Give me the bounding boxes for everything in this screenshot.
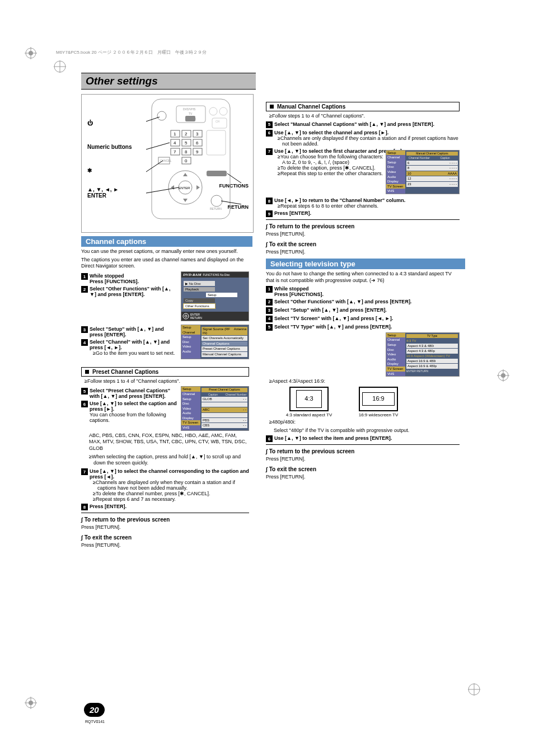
step-6-icon: 6 <box>81 401 88 407</box>
press-return: Press [RETURN]. <box>266 456 460 463</box>
svg-line-64 <box>146 161 163 172</box>
preset-intro: Follow steps 1 to 4 of "Channel captions… <box>89 378 249 385</box>
preset-captions-subheader: Preset Channel Captions <box>81 367 249 377</box>
svg-text:TV: TV <box>189 112 193 115</box>
svg-text:CH: CH <box>216 120 220 123</box>
prog-desc: Select "480p" if the TV is compatible wi… <box>274 428 460 434</box>
svg-marker-56 <box>183 199 188 202</box>
svg-line-63 <box>146 143 170 149</box>
tv-step-4-text: Select "TV Screen" with [▲, ▼] and press… <box>274 316 460 321</box>
arrows-enter-label: ▲, ▼, ◄, ► ENTER <box>87 186 119 199</box>
svg-rect-59 <box>207 171 227 176</box>
step-8-icon: 8 <box>81 504 88 510</box>
svg-text:6: 6 <box>196 140 199 145</box>
page-number: 20 <box>84 703 105 717</box>
intro-text: You can use the preset captions, or manu… <box>81 248 249 255</box>
press-return: Press [RETURN]. <box>266 231 460 238</box>
svg-text:8: 8 <box>185 149 188 154</box>
step-6-note2: ABC, PBS, CBS, CNN, FOX, ESPN, NBC, HBO,… <box>89 433 249 452</box>
press-return: Press [RETURN]. <box>266 474 460 481</box>
svg-rect-24 <box>185 116 195 121</box>
step-7-b1: Channels are displayed only when they co… <box>97 480 249 491</box>
step-7-b2: To delete the channel number, press [✱, … <box>97 491 249 496</box>
tv-step-3-text: Select "Setup" with [▲, ▼] and press [EN… <box>274 307 460 313</box>
manual-captions-subheader: Manual Channel Captions <box>266 102 460 111</box>
step-2-icon: 2 <box>81 286 88 293</box>
step-7-icon: 7 <box>81 468 88 475</box>
svg-line-65 <box>146 187 179 193</box>
manual-page: M6Y7&PC5.book 20 ページ ２００６年２月６日 月曜日 午後３時２… <box>0 0 534 756</box>
svg-point-19 <box>157 111 166 120</box>
step-4-text: Select "Channel" with [▲, ▼] and press [… <box>90 339 170 350</box>
tv-step-6-icon: 6 <box>266 435 273 442</box>
tv-step-1-pre: While stopped <box>274 286 309 292</box>
print-header: M6Y7&PC5.book 20 ページ ２００６年２月６日 月曜日 午後３時２… <box>56 49 207 55</box>
svg-text:ENTER: ENTER <box>179 186 190 190</box>
svg-text:3: 3 <box>196 132 199 137</box>
svg-marker-55 <box>183 173 188 176</box>
mcc-s6-b: Channels are only displayed if they cont… <box>282 135 460 147</box>
svg-line-62 <box>146 117 160 121</box>
tv-intro: You do not have to change the setting wh… <box>266 271 460 284</box>
preset-captions-osd: SetupChannelSetupDiscVideoAudioDisplayTV… <box>181 386 249 430</box>
tv-step-6-text: Use [▲, ▼] to select the item and press … <box>274 435 460 441</box>
svg-text:1: 1 <box>174 132 176 137</box>
svg-text:CANCEL: CANCEL <box>160 159 172 162</box>
step-3-icon: 3 <box>81 326 88 333</box>
svg-line-66 <box>227 173 241 183</box>
step-6-note1: You can choose from the following captio… <box>90 412 177 423</box>
tv-step-2-text: Select "Other Functions" with [▲, ▼] and… <box>274 299 460 304</box>
mcc-step-6-icon: 6 <box>266 130 273 137</box>
exit-screen-label: To exit the screen <box>266 466 460 472</box>
mcc-step-8-icon: 8 <box>266 198 273 204</box>
svg-point-60 <box>211 195 222 206</box>
tv-step-1-icon: 1 <box>266 286 273 293</box>
svg-rect-51 <box>207 130 226 155</box>
tv-step-5-icon: 5 <box>266 324 273 331</box>
registration-mark-icon <box>54 60 66 73</box>
right-column: Manual Channel Captions Follow steps 1 t… <box>266 94 460 550</box>
step-4-icon: 4 <box>81 339 88 346</box>
step-2-text: Select "Other Functions" with [▲, ▼] and… <box>90 286 177 297</box>
press-return: Press [RETURN]. <box>81 542 249 549</box>
step-4-note: Go to the item you want to set next. <box>97 350 177 356</box>
mcc-step-6-text: Use [▲, ▼] to select the channel and pre… <box>274 130 388 135</box>
aspect-169-caption: 16:9 widescreen TV <box>352 412 405 417</box>
functions-osd: DVD-RAM FUNCTIONS No Disc ▶ No Disc Play… <box>181 271 249 321</box>
svg-line-67 <box>221 201 241 204</box>
return-screen-label: To return to the previous screen <box>266 223 460 229</box>
exit-screen-label: To exit the screen <box>81 534 249 541</box>
step-1-icon: 1 <box>81 273 88 280</box>
svg-point-26 <box>219 107 227 115</box>
svg-point-68 <box>183 313 189 319</box>
power-label: ⏻ <box>87 120 93 126</box>
tv-type-header: Selecting television type <box>266 259 465 269</box>
step-1-text: Press [FUNCTIONS]. <box>90 279 139 284</box>
svg-marker-58 <box>196 185 200 190</box>
setup-channel-osd: SetupChannelSetupDiscVideoAudio Signal S… <box>181 325 249 359</box>
svg-marker-57 <box>171 185 174 190</box>
mcc-step-5-text: Select "Manual Channel Captions" with [▲… <box>274 121 460 127</box>
svg-text:0: 0 <box>185 158 188 163</box>
aspect-43-caption: 4:3 standard aspect TV <box>283 412 335 417</box>
registration-mark-icon <box>25 47 37 59</box>
step-7-text: Use [▲, ▼] to select the channel corresp… <box>90 468 249 480</box>
step-6-bullet: When selecting the caption, press and ho… <box>93 454 249 467</box>
step-1-pre: While stopped <box>90 273 124 279</box>
mcc-s8-b: Repeat steps 6 to 8 to enter other chann… <box>282 203 460 209</box>
return-screen-label: To return to the previous screen <box>81 516 249 523</box>
tv-step-4-icon: 4 <box>266 316 273 322</box>
registration-mark-icon <box>25 697 37 709</box>
page-code: RQTV0141 <box>85 720 105 724</box>
mcc-step-5-icon: 5 <box>266 121 273 128</box>
aspect-line: Aspect 4:3/Aspect 16:9: <box>274 378 460 385</box>
svg-text:DVD/VHS: DVD/VHS <box>183 107 196 111</box>
numeric-label: Numeric buttons <box>87 144 132 150</box>
mcc-step-7-icon: 7 <box>266 148 273 155</box>
svg-point-25 <box>209 107 217 115</box>
step-7-b3: Repeat steps 6 and 7 as necessary. <box>97 496 249 502</box>
channel-captions-header: Channel captions <box>81 236 252 247</box>
mcc-step-8-text: Use [◄, ►] to return to the "Channel Num… <box>274 198 405 203</box>
aspect-43-icon: 4:3 <box>289 387 329 411</box>
mcc-step-9-icon: 9 <box>266 210 273 217</box>
